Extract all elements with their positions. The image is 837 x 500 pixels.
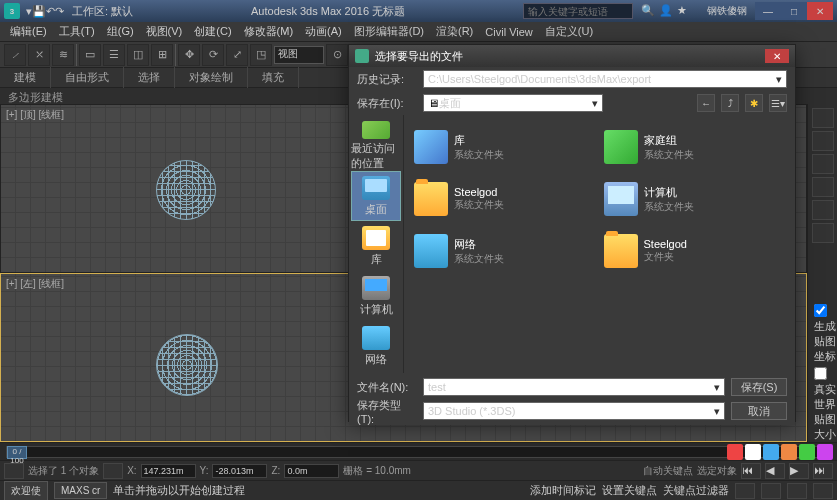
rotate-icon[interactable]: ⟳ bbox=[202, 44, 224, 66]
place-network[interactable]: 网络 bbox=[351, 321, 401, 371]
favorites-icon[interactable]: ★ bbox=[677, 4, 691, 18]
place-computer[interactable]: 计算机 bbox=[351, 271, 401, 321]
menu-animation[interactable]: 动画(A) bbox=[299, 22, 348, 41]
tray-icon[interactable] bbox=[781, 444, 797, 460]
keyfilter-button[interactable]: 关键点过滤器 bbox=[663, 483, 729, 498]
filetype-dropdown[interactable]: 3D Studio (*.3DS)▾ bbox=[423, 402, 725, 420]
z-input[interactable] bbox=[284, 464, 339, 478]
tray-icon[interactable] bbox=[727, 444, 743, 460]
refcoord-icon[interactable]: ◳ bbox=[250, 44, 272, 66]
tray-icon[interactable] bbox=[799, 444, 815, 460]
coord-dropdown[interactable]: 视图 bbox=[274, 46, 324, 64]
history-dropdown[interactable]: C:\Users\Steelgod\Documents\3dsMax\expor… bbox=[423, 70, 787, 88]
gen-tex-checkbox[interactable]: 生成贴图坐标 bbox=[814, 304, 837, 364]
play-prev-icon[interactable]: ◀ bbox=[765, 463, 785, 479]
hierarchy-panel-icon[interactable] bbox=[812, 154, 834, 174]
x-input[interactable] bbox=[141, 464, 196, 478]
scale-icon[interactable]: ⤢ bbox=[226, 44, 248, 66]
menu-rendering[interactable]: 渲染(R) bbox=[430, 22, 479, 41]
selectlink-icon[interactable]: ⟋ bbox=[4, 44, 26, 66]
menu-edit[interactable]: 编辑(E) bbox=[4, 22, 53, 41]
file-list[interactable]: 库系统文件夹 家庭组系统文件夹 Steelgod系统文件夹 计算机系统文件夹 网… bbox=[404, 115, 795, 373]
place-recent[interactable]: 最近访问的位置 bbox=[351, 121, 401, 171]
help-search-input[interactable] bbox=[523, 3, 633, 19]
cancel-button[interactable]: 取消 bbox=[731, 402, 787, 420]
isolate-icon[interactable] bbox=[103, 463, 123, 479]
utilities-panel-icon[interactable] bbox=[812, 223, 834, 243]
menu-modifiers[interactable]: 修改器(M) bbox=[238, 22, 300, 41]
move-icon[interactable]: ✥ bbox=[178, 44, 200, 66]
motion-panel-icon[interactable] bbox=[812, 177, 834, 197]
qa-redo-icon[interactable]: ↷ bbox=[55, 5, 64, 18]
save-button[interactable]: 保存(S) bbox=[731, 378, 787, 396]
menu-view[interactable]: 视图(V) bbox=[140, 22, 189, 41]
y-input[interactable] bbox=[212, 464, 267, 478]
play-next-icon[interactable]: ⏭ bbox=[813, 463, 833, 479]
orbit-icon[interactable] bbox=[787, 483, 807, 499]
selobj-dropdown[interactable]: 选定对象 bbox=[697, 464, 737, 478]
app-logo[interactable]: 3 bbox=[4, 3, 20, 19]
place-desktop[interactable]: 桌面 bbox=[351, 171, 401, 221]
place-libraries[interactable]: 库 bbox=[351, 221, 401, 271]
minimize-button[interactable]: — bbox=[755, 2, 781, 20]
bind-icon[interactable]: ≋ bbox=[52, 44, 74, 66]
dialog-titlebar[interactable]: 选择要导出的文件 ✕ bbox=[349, 45, 795, 67]
create-panel-icon[interactable] bbox=[812, 108, 834, 128]
viewmenu-icon[interactable]: ☰▾ bbox=[769, 94, 787, 112]
workspace-dropdown[interactable]: 工作区: 默认 bbox=[72, 4, 133, 19]
maxscript-tag[interactable]: MAXS cr bbox=[54, 482, 107, 499]
lock-icon[interactable] bbox=[4, 463, 24, 479]
up-icon[interactable]: ⤴ bbox=[721, 94, 739, 112]
qa-undo-icon[interactable]: ↶ bbox=[46, 5, 55, 18]
sphere-object-top[interactable] bbox=[156, 160, 216, 220]
viewport-left-label[interactable]: [+] [左] [线框] bbox=[6, 277, 64, 291]
modify-panel-icon[interactable] bbox=[812, 131, 834, 151]
real-tex-checkbox[interactable]: 真实世界贴图大小 bbox=[814, 367, 837, 442]
file-item[interactable]: 网络系统文件夹 bbox=[412, 227, 598, 275]
file-item[interactable]: 家庭组系统文件夹 bbox=[602, 123, 788, 171]
select-icon[interactable]: ▭ bbox=[79, 44, 101, 66]
time-slider-track[interactable]: 0 / 100 bbox=[6, 446, 831, 458]
tray-icon[interactable] bbox=[817, 444, 833, 460]
zoom-icon[interactable] bbox=[735, 483, 755, 499]
setkey-button[interactable]: 设置关键点 bbox=[602, 483, 657, 498]
infocenter-icon[interactable]: 🔍 bbox=[641, 4, 655, 18]
tray-icon[interactable] bbox=[745, 444, 761, 460]
file-item[interactable]: Steelgod系统文件夹 bbox=[412, 175, 598, 223]
close-button[interactable]: ✕ bbox=[807, 2, 833, 20]
timetag-button[interactable]: 添加时间标记 bbox=[530, 483, 596, 498]
tab-populate[interactable]: 填充 bbox=[248, 67, 299, 88]
menu-group[interactable]: 组(G) bbox=[101, 22, 140, 41]
display-panel-icon[interactable] bbox=[812, 200, 834, 220]
autokey-button[interactable]: 自动关键点 bbox=[643, 464, 693, 478]
tab-modeling[interactable]: 建模 bbox=[0, 67, 51, 88]
menu-tools[interactable]: 工具(T) bbox=[53, 22, 101, 41]
sphere-object-left[interactable] bbox=[156, 334, 218, 396]
dialog-close-button[interactable]: ✕ bbox=[765, 49, 789, 63]
maxview-icon[interactable] bbox=[813, 483, 833, 499]
maximize-button[interactable]: □ bbox=[781, 2, 807, 20]
pan-icon[interactable] bbox=[761, 483, 781, 499]
viewport-top-label[interactable]: [+] [顶] [线框] bbox=[6, 108, 64, 122]
selectregion-icon[interactable]: ◫ bbox=[127, 44, 149, 66]
time-slider-handle[interactable]: 0 / 100 bbox=[7, 446, 27, 459]
file-item[interactable]: 库系统文件夹 bbox=[412, 123, 598, 171]
user-name[interactable]: 钢铁傻钢 bbox=[707, 4, 747, 18]
tab-objectpaint[interactable]: 对象绘制 bbox=[175, 67, 248, 88]
tab-freeform[interactable]: 自由形式 bbox=[51, 67, 124, 88]
savein-dropdown[interactable]: 🖥 桌面▾ bbox=[423, 94, 603, 112]
back-icon[interactable]: ← bbox=[697, 94, 715, 112]
menu-grapheditors[interactable]: 图形编辑器(D) bbox=[348, 22, 430, 41]
menu-civilview[interactable]: Civil View bbox=[479, 24, 538, 40]
tray-icon[interactable] bbox=[763, 444, 779, 460]
filename-input[interactable]: test▾ bbox=[423, 378, 725, 396]
file-item[interactable]: 计算机系统文件夹 bbox=[602, 175, 788, 223]
newfolder-icon[interactable]: ✱ bbox=[745, 94, 763, 112]
play-start-icon[interactable]: ⏮ bbox=[741, 463, 761, 479]
menu-customize[interactable]: 自定义(U) bbox=[539, 22, 599, 41]
timeline[interactable]: 0 / 100 bbox=[0, 442, 837, 460]
play-icon[interactable]: ▶ bbox=[789, 463, 809, 479]
menu-create[interactable]: 创建(C) bbox=[188, 22, 237, 41]
selectname-icon[interactable]: ☰ bbox=[103, 44, 125, 66]
signin-icon[interactable]: 👤 bbox=[659, 4, 673, 18]
